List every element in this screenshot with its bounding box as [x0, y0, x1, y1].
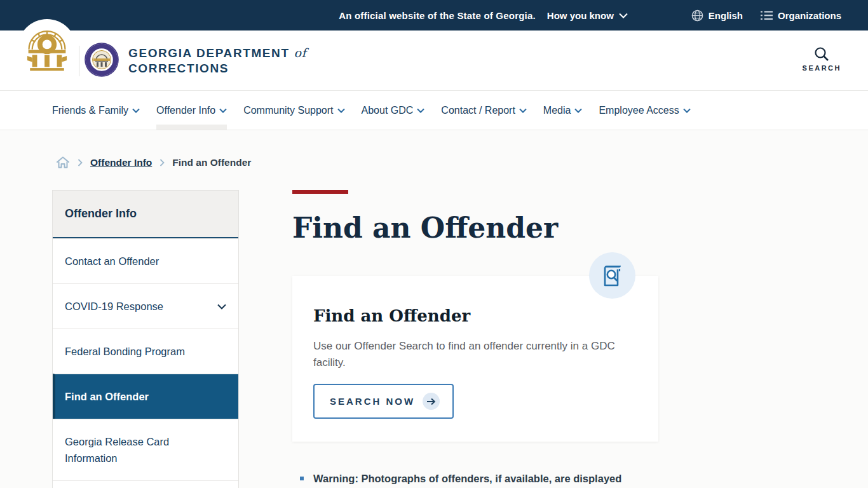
sidebar-item-contact-offender[interactable]: Contact an Offender	[53, 238, 238, 283]
warning-list-item: Warning: Photographs of offenders, if av…	[292, 471, 658, 486]
agency-of: of	[294, 46, 306, 60]
content-area: Offender Info Contact an Offender COVID-…	[0, 190, 868, 488]
arrow-right-icon	[423, 393, 440, 410]
card-heading: Find an Offender	[313, 306, 637, 325]
home-icon[interactable]	[56, 156, 70, 169]
chevron-down-icon	[132, 108, 140, 113]
find-offender-card: Find an Offender Use our Offender Search…	[292, 276, 658, 442]
official-text: An official website of the State of Geor…	[339, 10, 536, 21]
title-accent-bar	[292, 190, 348, 194]
bullet-icon	[300, 477, 304, 480]
georgia-arch-logo[interactable]	[18, 19, 76, 78]
chevron-down-icon	[417, 108, 424, 113]
organizations-label: Organizations	[778, 10, 841, 21]
breadcrumb-offender-info[interactable]: Offender Info	[90, 157, 152, 168]
sidebar-item-find-offender[interactable]: Find an Offender	[53, 374, 238, 419]
organizations-link[interactable]: Organizations	[761, 10, 841, 21]
offender-search-icon-badge	[589, 252, 635, 299]
header-search-label: SEARCH	[803, 64, 841, 72]
nav-media[interactable]: Media	[543, 91, 583, 130]
agency-title[interactable]: GEORGIA DEPARTMENT of CORRECTIONS	[128, 45, 306, 76]
gdc-seal	[85, 43, 119, 77]
nav-employee-access[interactable]: Employee Access	[599, 91, 690, 130]
nav-contact-report[interactable]: Contact / Report	[441, 91, 527, 130]
document-search-icon	[602, 264, 623, 288]
sidebar-item-incarcerated-veterans[interactable]: Incarcerated Veterans	[53, 480, 238, 488]
agency-line2: CORRECTIONS	[128, 61, 306, 76]
main-navigation: Friends & Family Offender Info Community…	[0, 91, 868, 130]
sidebar-item-release-card[interactable]: Georgia Release Card Information	[53, 419, 238, 480]
header-divider	[79, 46, 79, 76]
page-title: Find an Offender	[292, 212, 658, 244]
card-description: Use our Offender Search to find an offen…	[313, 338, 621, 371]
chevron-down-icon	[574, 108, 582, 113]
breadcrumb-chevron-icon	[78, 159, 83, 166]
section-sidebar: Offender Info Contact an Offender COVID-…	[52, 190, 239, 488]
nav-offender-info[interactable]: Offender Info	[156, 91, 227, 130]
chevron-down-icon	[619, 13, 628, 18]
language-selector[interactable]: English	[691, 10, 743, 22]
search-now-button[interactable]: SEARCH NOW	[313, 384, 454, 419]
chevron-down-icon	[337, 108, 345, 113]
sidebar-title: Offender Info	[53, 191, 238, 238]
breadcrumb-current: Find an Offender	[172, 157, 251, 168]
chevron-down-icon	[219, 108, 227, 113]
list-icon	[761, 10, 773, 20]
official-state-bar: An official website of the State of Geor…	[0, 0, 868, 30]
sidebar-item-covid19[interactable]: COVID-19 Response	[53, 283, 238, 329]
sidebar-item-federal-bonding[interactable]: Federal Bonding Program	[53, 329, 238, 374]
nav-community-support[interactable]: Community Support	[243, 91, 344, 130]
how-you-know-label: How you know	[547, 10, 614, 21]
search-icon	[813, 46, 830, 62]
globe-icon	[691, 10, 703, 22]
chevron-down-icon	[683, 108, 691, 113]
language-label: English	[709, 10, 743, 21]
agency-line1: GEORGIA DEPARTMENT	[128, 46, 290, 60]
warning-text: Warning: Photographs of offenders, if av…	[313, 471, 621, 486]
site-header: GEORGIA DEPARTMENT of CORRECTIONS SEARCH	[0, 30, 868, 91]
chevron-down-icon	[519, 108, 527, 113]
nav-about-gdc[interactable]: About GDC	[362, 91, 425, 130]
breadcrumb-chevron-icon	[159, 159, 165, 166]
arch-logo-icon	[24, 24, 70, 72]
header-search-button[interactable]: SEARCH	[803, 46, 841, 72]
breadcrumb: Offender Info Find an Offender	[0, 130, 868, 169]
main-column: Find an Offender Find an Offender Use ou…	[292, 190, 658, 486]
nav-friends-family[interactable]: Friends & Family	[52, 91, 140, 130]
chevron-down-icon	[217, 304, 226, 309]
how-you-know-toggle[interactable]: How you know	[547, 10, 628, 21]
